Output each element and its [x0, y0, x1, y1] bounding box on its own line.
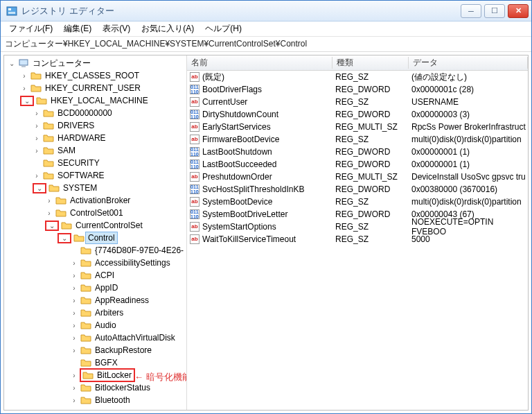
value-row[interactable]: 011 110LastBootShutdownREG_DWORD0x000000… — [187, 146, 528, 158]
tree-label[interactable]: BitlockerStatus — [93, 382, 152, 393]
tree-item-backup[interactable]: ›BackupRestore — [4, 344, 186, 356]
expand-closed-icon[interactable]: › — [32, 122, 42, 130]
tree-pane[interactable]: ⌄コンピューター›HKEY_CLASSES_ROOT›HKEY_CURRENT_… — [4, 55, 187, 410]
tree-item-acpi[interactable]: ›ACPI — [4, 269, 186, 282]
tree-label[interactable]: BitLocker — [95, 370, 134, 381]
tree-item-bluetooth[interactable]: ›Bluetooth — [4, 394, 186, 406]
tree-item-appready[interactable]: ›AppReadiness — [4, 294, 186, 307]
expand-closed-icon[interactable]: › — [69, 372, 79, 379]
tree-item-bgfx[interactable]: BGFX — [4, 356, 186, 369]
tree-item-cset001[interactable]: ›ControlSet001 — [4, 207, 186, 219]
expand-closed-icon[interactable]: › — [69, 347, 79, 354]
tree-item-hardware[interactable]: ›HARDWARE — [4, 132, 186, 144]
expand-open-icon[interactable]: ⌄ — [7, 60, 17, 67]
tree-item-hklm[interactable]: ⌄HKEY_LOCAL_MACHINE — [4, 94, 186, 107]
value-row[interactable]: abEarlyStartServicesREG_MULTI_SZRpcSs Po… — [187, 121, 528, 133]
value-row[interactable]: abFirmwareBootDeviceREG_SZmulti(0)disk(0… — [187, 133, 528, 146]
tree-label[interactable]: SOFTWARE — [55, 170, 107, 181]
tree-label[interactable]: BackupRestore — [93, 345, 154, 356]
value-row[interactable]: 011 110SvcHostSplitThresholdInKBREG_DWOR… — [187, 183, 528, 196]
tree-item-software[interactable]: ›SOFTWARE — [4, 169, 186, 182]
tree-label[interactable]: SAM — [55, 145, 78, 156]
titlebar[interactable]: レジストリ エディター ─ ☐ ✕ — [1, 1, 531, 21]
column-name[interactable]: 名前 — [187, 57, 332, 69]
tree-item-sam[interactable]: ›SAM — [4, 144, 186, 157]
tree-label[interactable]: {7746D80F-97E0-4E26- — [93, 245, 186, 256]
tree-label[interactable]: ControlSet001 — [68, 207, 125, 218]
tree-label[interactable]: AccessibilitySettings — [93, 257, 172, 268]
expand-closed-icon[interactable]: › — [32, 135, 42, 142]
menu-view[interactable]: 表示(V) — [97, 21, 136, 36]
menu-file[interactable]: ファイル(F) — [3, 21, 58, 36]
minimize-button[interactable]: ─ — [461, 4, 481, 18]
tree-label[interactable]: BGFX — [93, 357, 120, 368]
tree-label[interactable]: Audio — [93, 320, 118, 331]
menu-edit[interactable]: 編集(E) — [58, 21, 97, 36]
tree-item-hkcu[interactable]: ›HKEY_CURRENT_USER — [4, 82, 186, 94]
tree-label[interactable]: AppID — [93, 282, 120, 293]
tree-item-acc[interactable]: ›AccessibilitySettings — [4, 257, 186, 269]
tree-item-root[interactable]: ⌄コンピューター — [4, 57, 186, 69]
tree-label[interactable]: AppReadiness — [93, 295, 151, 306]
tree-item-autoattach[interactable]: ›AutoAttachVirtualDisk — [4, 331, 186, 344]
value-row[interactable]: abCurrentUserREG_SZUSERNAME — [187, 96, 528, 108]
tree-label[interactable]: コンピューター — [30, 57, 93, 70]
tree-label[interactable]: SYSTEM — [61, 182, 99, 193]
maximize-button[interactable]: ☐ — [484, 4, 505, 18]
tree-label[interactable]: Control — [86, 232, 117, 243]
tree-item-guid[interactable]: {7746D80F-97E0-4E26- — [4, 244, 186, 257]
tree-item-security[interactable]: SECURITY — [4, 157, 186, 169]
value-row[interactable]: abPreshutdownOrderREG_MULTI_SZDeviceInst… — [187, 171, 528, 183]
expand-closed-icon[interactable]: › — [69, 334, 79, 342]
tree-item-hkcr[interactable]: ›HKEY_CLASSES_ROOT — [4, 69, 186, 82]
expand-open-icon[interactable]: ⌄ — [60, 234, 69, 242]
tree-label[interactable]: DRIVERS — [55, 120, 96, 131]
tree-label[interactable]: Bluetooth — [93, 395, 132, 406]
tree-label[interactable]: CurrentControlSet — [73, 220, 145, 231]
list-pane[interactable]: 名前 種類 データ ab(既定)REG_SZ(値の設定なし)011 110Boo… — [187, 55, 528, 410]
expand-closed-icon[interactable]: › — [32, 147, 42, 155]
expand-closed-icon[interactable]: › — [19, 85, 29, 92]
expand-closed-icon[interactable]: › — [69, 309, 79, 317]
tree-item-audio[interactable]: ›Audio — [4, 319, 186, 331]
expand-closed-icon[interactable]: › — [69, 272, 79, 279]
expand-closed-icon[interactable]: › — [32, 172, 42, 180]
value-row[interactable]: 011 110DirtyShutdownCountREG_DWORD0x0000… — [187, 108, 528, 121]
expand-closed-icon[interactable]: › — [19, 72, 29, 80]
tree-label[interactable]: SECURITY — [55, 157, 102, 169]
tree-label[interactable]: HKEY_LOCAL_MACHINE — [48, 95, 150, 106]
tree-label[interactable]: HKEY_CLASSES_ROOT — [43, 70, 141, 81]
tree-item-appid[interactable]: ›AppID — [4, 282, 186, 294]
expand-open-icon[interactable]: ⌄ — [47, 222, 57, 230]
column-data[interactable]: データ — [409, 57, 528, 69]
tree-label[interactable]: AutoAttachVirtualDisk — [93, 332, 177, 343]
expand-closed-icon[interactable]: › — [44, 209, 54, 217]
tree-item-arbiters[interactable]: ›Arbiters — [4, 307, 186, 319]
expand-closed-icon[interactable]: › — [44, 197, 54, 205]
expand-closed-icon[interactable]: › — [69, 397, 79, 404]
tree-item-drivers[interactable]: ›DRIVERS — [4, 119, 186, 132]
value-row[interactable]: 011 110BootDriverFlagsREG_DWORD0x0000001… — [187, 83, 528, 96]
tree-label[interactable]: Arbiters — [93, 307, 125, 318]
column-type[interactable]: 種類 — [332, 57, 409, 69]
tree-label[interactable]: ACPI — [93, 270, 116, 281]
tree-label[interactable]: ActivationBroker — [68, 195, 132, 206]
expand-closed-icon[interactable]: › — [69, 284, 79, 292]
expand-closed-icon[interactable]: › — [69, 322, 79, 329]
tree-item-control[interactable]: ⌄Control — [4, 232, 186, 244]
expand-closed-icon[interactable]: › — [69, 297, 79, 304]
tree-label[interactable]: BCD00000000 — [55, 107, 114, 119]
expand-closed-icon[interactable]: › — [69, 259, 79, 267]
expand-open-icon[interactable]: ⌄ — [35, 184, 44, 192]
menu-favorites[interactable]: お気に入り(A) — [136, 21, 200, 36]
tree-item-system[interactable]: ⌄SYSTEM — [4, 182, 186, 194]
expand-closed-icon[interactable]: › — [69, 384, 79, 392]
tree-item-ccs[interactable]: ⌄CurrentControlSet — [4, 219, 186, 232]
tree-item-activation[interactable]: ›ActivationBroker — [4, 194, 186, 207]
expand-open-icon[interactable]: ⌄ — [22, 97, 32, 105]
value-row[interactable]: abSystemStartOptionsREG_SZ NOEXECUTE=OPT… — [187, 221, 528, 233]
address-bar[interactable]: コンピューター¥HKEY_LOCAL_MACHINE¥SYSTEM¥Curren… — [1, 37, 531, 52]
menu-help[interactable]: ヘルプ(H) — [200, 21, 247, 36]
tree-label[interactable]: HARDWARE — [55, 132, 108, 144]
value-row[interactable]: ab(既定)REG_SZ(値の設定なし) — [187, 71, 528, 83]
